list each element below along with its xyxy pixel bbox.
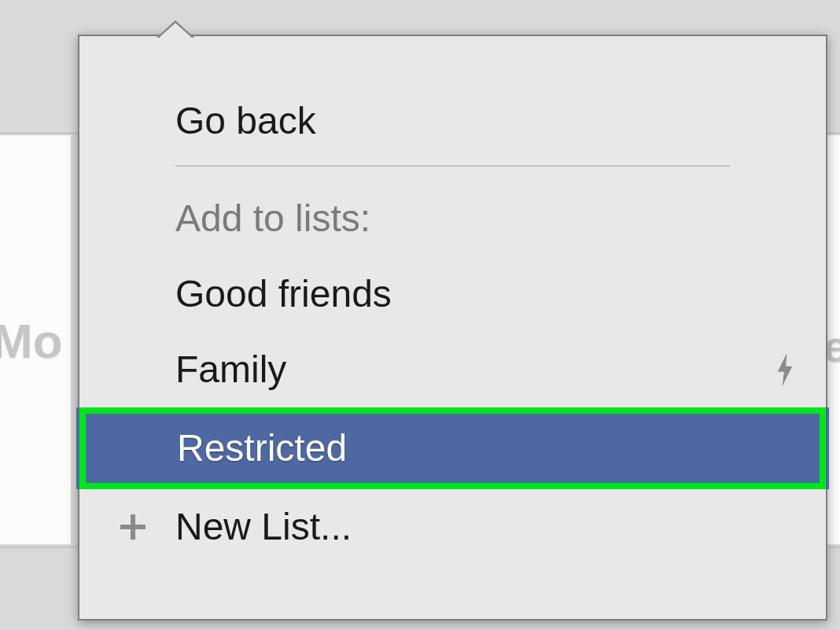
list-item-label: Restricted — [177, 429, 347, 467]
list-item-label: Family — [175, 351, 286, 389]
popover-notch — [157, 20, 194, 38]
list-item-label: Good friends — [175, 275, 392, 313]
add-to-lists-header: Add to lists: — [79, 181, 826, 256]
svg-rect-1 — [120, 525, 146, 529]
list-item-restricted[interactable]: Restricted — [76, 407, 829, 489]
friend-lists-popover: Go back Add to lists: Good friends Famil… — [78, 35, 827, 621]
list-item-good-friends[interactable]: Good friends — [79, 256, 826, 332]
add-to-lists-label: Add to lists: — [175, 200, 370, 238]
list-item-family[interactable]: Family — [79, 332, 826, 407]
new-list-item[interactable]: New List... — [79, 489, 826, 565]
background-text-left: Mo — [0, 313, 63, 369]
go-back-label: Go back — [175, 102, 316, 140]
plus-icon — [117, 511, 149, 543]
new-list-label: New List... — [175, 508, 352, 546]
popover-content: Go back Add to lists: Good friends Famil… — [79, 36, 826, 565]
smart-list-icon — [774, 352, 796, 388]
go-back-item[interactable]: Go back — [79, 83, 826, 159]
menu-divider — [175, 165, 730, 167]
